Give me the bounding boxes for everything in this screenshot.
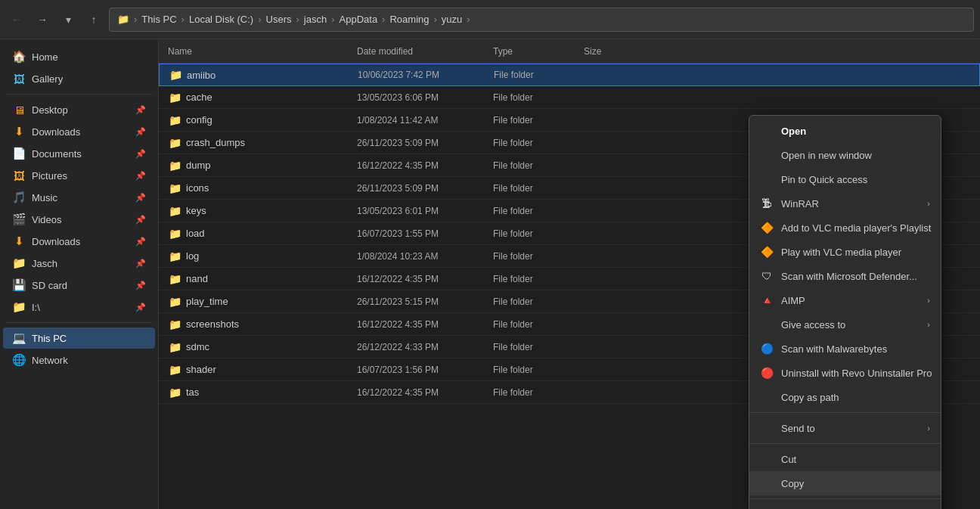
cm-label-cut: Cut [781, 454, 930, 465]
file-name: shader [186, 364, 216, 375]
file-name-cell: 📁 icons [168, 182, 357, 195]
file-type-cell: File folder [493, 138, 584, 148]
context-menu-item-give-access[interactable]: Give access to› [749, 312, 941, 337]
file-name: sdmc [186, 341, 209, 352]
context-menu-item-send-to[interactable]: Send to› [749, 416, 941, 440]
sidebar-item-jasch[interactable]: 📁 Jasch 📌 [3, 253, 155, 274]
file-type-cell: File folder [493, 251, 584, 262]
context-menu-item-copy[interactable]: Copy [749, 471, 941, 495]
breadcrumb-users[interactable]: Users [266, 14, 292, 25]
file-name: dump [186, 160, 211, 171]
sidebar-label-documents: Documents [32, 148, 129, 160]
file-name: crash_dumps [186, 137, 245, 148]
col-header-type[interactable]: Type [493, 46, 584, 57]
folder-icon: 📁 [168, 318, 181, 331]
file-type-cell: File folder [493, 296, 584, 307]
context-menu-item-winrar[interactable]: 🗜WinRAR› [749, 191, 941, 216]
folder-icon: 📁 [168, 136, 181, 150]
file-type-cell: File folder [493, 387, 584, 398]
sidebar-item-videos[interactable]: 🎬 Videos 📌 [3, 209, 155, 230]
sidebar-item-gallery[interactable]: 🖼 Gallery [3, 68, 155, 89]
file-name: cache [186, 92, 212, 103]
context-menu-item-add-vlc[interactable]: 🔶Add to VLC media player's Playlist [749, 216, 941, 240]
pin-icon-downloads1: 📌 [135, 127, 146, 137]
sidebar-item-network[interactable]: 🌐 Network [3, 349, 155, 371]
context-menu-item-open[interactable]: Open [749, 119, 941, 143]
col-header-name[interactable]: Name [168, 46, 357, 57]
folder-icon: 📁 [168, 113, 181, 127]
breadcrumb-appdata[interactable]: AppData [340, 14, 378, 25]
thispc-icon: 💻 [12, 331, 26, 345]
table-row[interactable]: 📁 amiibo 10/06/2023 7:42 PM File folder [159, 64, 980, 86]
sidebar-label-music: Music [32, 192, 129, 203]
copy-icon [760, 476, 774, 490]
table-row[interactable]: 📁 cache 13/05/2023 6:06 PM File folder [159, 86, 980, 109]
sidebar-item-home[interactable]: 🏠 Home [3, 46, 155, 67]
col-header-modified[interactable]: Date modified [357, 46, 493, 57]
dropdown-button[interactable]: ▾ [57, 9, 79, 30]
cm-label-add-vlc: Add to VLC media player's Playlist [781, 222, 931, 234]
file-name: tas [186, 386, 199, 398]
sidebar-item-desktop[interactable]: 🖥 Desktop 📌 [3, 99, 155, 120]
file-modified-cell: 26/11/2023 5:15 PM [357, 296, 493, 307]
file-name: log [186, 250, 199, 262]
file-type-cell: File folder [493, 319, 584, 330]
pin-icon-pictures: 📌 [135, 171, 146, 181]
cm-label-uninstall-revo: Uninstall with Revo Uninstaller Pro [781, 368, 932, 379]
folder-icon: 📁 [168, 295, 181, 309]
breadcrumb-jasch[interactable]: jasch [304, 14, 327, 25]
file-modified-cell: 13/05/2023 6:01 PM [357, 206, 493, 216]
breadcrumb-localdisk[interactable]: Local Disk (C:) [189, 14, 253, 25]
context-menu-item-aimp[interactable]: 🔺AIMP› [749, 288, 941, 312]
context-menu-item-scan-malwarebytes[interactable]: 🔵Scan with Malwarebytes [749, 337, 941, 361]
context-menu-item-play-vlc[interactable]: 🔶Play with VLC media player [749, 240, 941, 264]
file-name-cell: 📁 shader [168, 363, 357, 377]
forward-button[interactable]: → [32, 9, 53, 30]
sidebar-item-i[interactable]: 📁 I:\ 📌 [3, 296, 155, 318]
context-menu-item-create-shortcut[interactable]: Create shortcut [749, 502, 941, 509]
breadcrumb-yuzu[interactable]: yuzu [442, 14, 462, 25]
play-vlc-icon: 🔶 [760, 245, 774, 259]
file-modified-cell: 1/08/2024 11:42 AM [357, 115, 493, 126]
sidebar-item-pictures[interactable]: 🖼 Pictures 📌 [3, 165, 155, 186]
context-menu-item-uninstall-revo[interactable]: 🔴Uninstall with Revo Uninstaller Pro [749, 361, 941, 385]
context-menu-item-open-new-window[interactable]: Open in new window [749, 143, 941, 167]
breadcrumb-thispc[interactable]: This PC [141, 14, 176, 25]
sidebar-item-thispc[interactable]: 💻 This PC [3, 327, 155, 349]
file-type-cell: File folder [493, 160, 584, 171]
downloads1-icon: ⬇ [12, 125, 26, 138]
sidebar-item-documents[interactable]: 📄 Documents 📌 [3, 143, 155, 164]
cm-label-open: Open [781, 126, 930, 137]
file-name-cell: 📁 sdmc [168, 340, 357, 354]
cm-label-copy-path: Copy as path [781, 392, 930, 403]
sidebar-item-downloads2[interactable]: ⬇ Downloads 📌 [3, 231, 155, 252]
cm-label-scan-defender: Scan with Microsoft Defender... [781, 271, 930, 282]
sidebar-item-music[interactable]: 🎵 Music 📌 [3, 187, 155, 208]
context-menu-item-pin-quick-access[interactable]: Pin to Quick access [749, 167, 941, 191]
sidebar-item-downloads1[interactable]: ⬇ Downloads 📌 [3, 121, 155, 142]
sidebar-item-sdcard[interactable]: 💾 SD card 📌 [3, 275, 155, 296]
main-area: 🏠 Home 🖼 Gallery 🖥 Desktop 📌 ⬇ Downloads… [0, 39, 980, 509]
file-name-cell: 📁 crash_dumps [168, 136, 357, 150]
jasch-icon: 📁 [12, 256, 26, 270]
breadcrumb-roaming[interactable]: Roaming [389, 14, 429, 25]
folder-icon: 📁 [169, 68, 182, 82]
send-to-icon [760, 421, 774, 435]
up-button[interactable]: ↑ [83, 9, 104, 30]
context-menu-item-cut[interactable]: Cut [749, 447, 941, 471]
file-area: Name Date modified Type Size 📁 amiibo 10… [159, 39, 980, 509]
sdcard-icon: 💾 [12, 278, 26, 292]
context-menu-item-scan-defender[interactable]: 🛡Scan with Microsoft Defender... [749, 264, 941, 288]
back-button[interactable]: ← [6, 9, 27, 30]
open-new-window-icon [760, 148, 774, 162]
address-bar[interactable]: 📁 › This PC › Local Disk (C:) › Users › … [109, 8, 974, 32]
context-menu: OpenOpen in new windowPin to Quick acces… [749, 115, 941, 509]
file-modified-cell: 26/11/2023 5:09 PM [357, 138, 493, 148]
winrar-icon: 🗜 [760, 197, 774, 210]
col-header-size[interactable]: Size [584, 46, 644, 57]
context-menu-item-copy-path[interactable]: Copy as path [749, 385, 941, 409]
file-name-cell: 📁 config [168, 113, 357, 127]
pin-icon-videos: 📌 [135, 215, 146, 225]
aimp-icon: 🔺 [760, 293, 774, 307]
file-modified-cell: 26/12/2022 4:33 PM [357, 342, 493, 352]
